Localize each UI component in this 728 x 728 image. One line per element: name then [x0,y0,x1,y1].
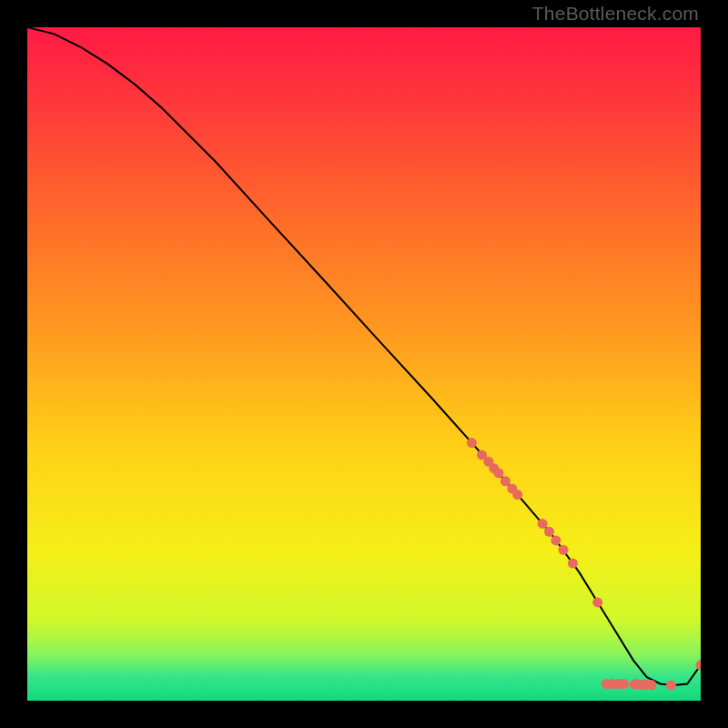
data-point [512,490,522,500]
chart-container: TheBottleneck.com [0,0,728,728]
data-point [494,468,504,478]
data-point [500,476,511,486]
data-point [592,597,602,607]
data-point [666,680,676,690]
data-point [619,679,629,689]
data-point [538,519,548,529]
data-point [559,545,569,555]
data-point [568,559,578,569]
data-point [646,680,656,690]
chart-svg [27,27,701,701]
data-point [467,438,477,448]
data-point [551,535,561,545]
watermark-text: TheBottleneck.com [532,3,699,25]
data-point [544,527,554,537]
